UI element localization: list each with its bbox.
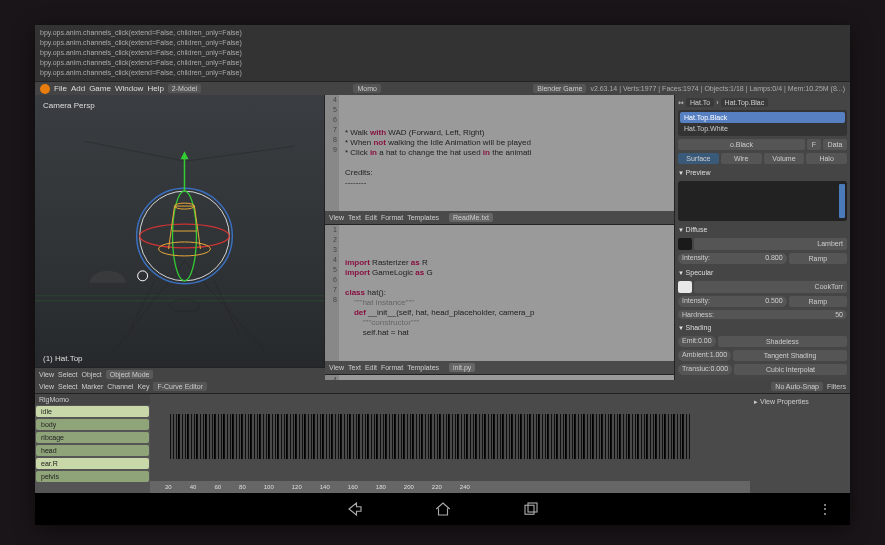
section-preview[interactable]: Preview	[678, 167, 847, 178]
vh-select[interactable]: Select	[58, 371, 77, 378]
emit-slider[interactable]: Emit:0.00	[678, 336, 716, 347]
pin-icon[interactable]: ⇔	[678, 99, 684, 107]
svg-rect-19	[525, 505, 534, 514]
channel-pelvis[interactable]: pelvis	[36, 471, 149, 482]
menu-dots-icon[interactable]: ⋮	[818, 501, 830, 517]
view-properties-head[interactable]: ▸ View Properties	[754, 398, 846, 406]
mode-dropdown[interactable]: Object Mode	[106, 370, 154, 379]
shadeless-toggle[interactable]: Shadeless	[718, 336, 847, 347]
te2-format[interactable]: Format	[381, 364, 403, 371]
preview-type-bar[interactable]	[839, 184, 845, 218]
te2-view[interactable]: View	[329, 364, 344, 371]
te1-templates[interactable]: Templates	[407, 214, 439, 221]
home-icon[interactable]	[434, 500, 452, 518]
material-slot-1[interactable]: Hat.Top.White	[680, 123, 845, 134]
tab-surface[interactable]: Surface	[678, 153, 719, 164]
te1-format[interactable]: Format	[381, 214, 403, 221]
line-gutter: 12345678	[325, 225, 339, 361]
text-editor-stack: 456789 * Walk with WAD (Forward, Left, R…	[325, 95, 675, 380]
code-area-hatselect[interactable]: 45678910 def main(): cont = G.getCurrent…	[325, 375, 674, 380]
fc-channel[interactable]: Channel	[107, 383, 133, 390]
te1-edit[interactable]: Edit	[365, 214, 377, 221]
channel-idle[interactable]: idle	[36, 406, 149, 417]
selected-object-label: (1) Hat.Top	[43, 354, 83, 363]
recent-apps-icon[interactable]	[522, 500, 540, 518]
tab-volume[interactable]: Volume	[764, 153, 805, 164]
channel-ribcage[interactable]: ribcage	[36, 432, 149, 443]
section-specular[interactable]: Specular	[678, 267, 847, 278]
svg-line-5	[184, 261, 264, 351]
crumb-object[interactable]: Hat.To	[686, 98, 714, 107]
cubic-toggle[interactable]: Cubic Interpolat	[734, 364, 847, 375]
channel-list[interactable]: RigMomo idle body ribcage head ear.R pel…	[35, 394, 150, 493]
material-dropdown[interactable]: o.Black	[678, 139, 805, 150]
svg-point-13	[159, 242, 211, 256]
specular-ramp-toggle[interactable]: Ramp	[789, 296, 847, 307]
section-diffuse[interactable]: Diffuse	[678, 224, 847, 235]
channel-head[interactable]: head	[36, 445, 149, 456]
specular-color-swatch[interactable]	[678, 281, 692, 293]
fc-key[interactable]: Key	[137, 383, 149, 390]
fc-select[interactable]: Select	[58, 383, 77, 390]
engine-dropdown[interactable]: Blender Game	[533, 84, 586, 93]
menu-game[interactable]: Game	[89, 84, 111, 93]
menu-help[interactable]: Help	[147, 84, 163, 93]
tab-wire[interactable]: Wire	[721, 153, 762, 164]
fcurve-graph[interactable]: 3 20406080100120140160180200220240	[150, 394, 750, 493]
material-slot-0[interactable]: Hat.Top.Black	[680, 112, 845, 123]
fcurve-filters[interactable]: Filters	[827, 383, 846, 390]
channel-ear-r[interactable]: ear.R	[36, 458, 149, 469]
diffuse-intensity-slider[interactable]: Intensity:0.800	[678, 253, 787, 264]
svg-point-18	[138, 271, 148, 281]
back-icon[interactable]	[346, 500, 364, 518]
channel-body[interactable]: body	[36, 419, 149, 430]
keyframe-curves[interactable]	[170, 414, 690, 459]
fc-view[interactable]: View	[39, 383, 54, 390]
tab-halo[interactable]: Halo	[806, 153, 847, 164]
vh-object[interactable]: Object	[82, 371, 102, 378]
transluc-slider[interactable]: Transluc:0.000	[678, 364, 732, 375]
te1-view[interactable]: View	[329, 214, 344, 221]
diffuse-color-swatch[interactable]	[678, 238, 692, 250]
section-shading[interactable]: Shading	[678, 322, 847, 333]
specular-shader-dropdown[interactable]: CookTorr	[694, 281, 847, 293]
scene-dropdown[interactable]: Momo	[353, 84, 380, 93]
tangent-toggle[interactable]: Tangent Shading	[733, 350, 847, 361]
menu-file[interactable]: File	[54, 84, 67, 93]
specular-intensity-slider[interactable]: Intensity:0.500	[678, 296, 787, 307]
te2-templates[interactable]: Templates	[407, 364, 439, 371]
material-users[interactable]: F	[807, 139, 821, 150]
te2-filename[interactable]: init.py	[449, 363, 475, 372]
channel-root[interactable]: RigMomo	[35, 394, 150, 405]
fc-marker[interactable]: Marker	[82, 383, 104, 390]
fcurve-editor-type[interactable]: F-Curve Editor	[153, 382, 207, 391]
vh-view[interactable]: View	[39, 371, 54, 378]
svg-point-6	[170, 300, 200, 312]
material-slot-list[interactable]: Hat.Top.Black Hat.Top.White	[678, 110, 847, 136]
menu-add[interactable]: Add	[71, 84, 85, 93]
material-preview	[678, 181, 847, 221]
main-layout: Camera Persp	[35, 95, 850, 380]
code-area-readme[interactable]: 456789 * Walk with WAD (Forward, Left, R…	[325, 95, 674, 211]
svg-line-8	[214, 281, 239, 336]
te1-text[interactable]: Text	[348, 214, 361, 221]
te2-edit[interactable]: Edit	[365, 364, 377, 371]
diffuse-shader-dropdown[interactable]: Lambert	[694, 238, 847, 250]
timeline-ruler[interactable]: 20406080100120140160180200220240	[150, 481, 750, 493]
layout-dropdown[interactable]: 2-Model	[168, 84, 201, 93]
stats-line: v2.63.14 | Verts:1977 | Faces:1974 | Obj…	[590, 85, 845, 92]
menu-window[interactable]: Window	[115, 84, 143, 93]
3d-viewport[interactable]: Camera Persp	[35, 95, 325, 367]
tablet-device: bpy.ops.anim.channels_click(extend=False…	[35, 25, 850, 525]
python-console[interactable]: bpy.ops.anim.channels_click(extend=False…	[35, 25, 850, 81]
crumb-material[interactable]: Hat.Top.Blac	[721, 98, 769, 107]
hardness-slider[interactable]: Hardness:50	[678, 310, 847, 319]
link-data-btn[interactable]: Data	[823, 139, 847, 150]
te2-text[interactable]: Text	[348, 364, 361, 371]
code-area-init[interactable]: 12345678 import Rasterizer as R import G…	[325, 225, 674, 361]
te1-filename[interactable]: ReadMe.txt	[449, 213, 493, 222]
fcurve-snap[interactable]: No Auto-Snap	[771, 382, 823, 391]
ambient-slider[interactable]: Ambient:1.000	[678, 350, 731, 361]
datablock-breadcrumb: ⇔ Hat.To › Hat.Top.Blac	[678, 98, 847, 107]
diffuse-ramp-toggle[interactable]: Ramp	[789, 253, 847, 264]
